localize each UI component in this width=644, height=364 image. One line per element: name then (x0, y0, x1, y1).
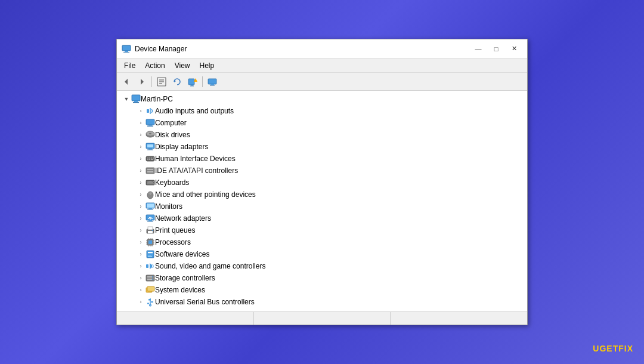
item-label: Audio inputs and outputs (155, 107, 234, 115)
list-item[interactable]: › Proces (117, 236, 527, 248)
item-label: IDE ATA/ATAPI controllers (155, 166, 238, 175)
item-label: Display adapters (155, 143, 208, 151)
svg-rect-56 (147, 209, 153, 210)
svg-rect-19 (133, 102, 139, 103)
svg-rect-33 (149, 158, 150, 159)
svg-rect-14 (208, 79, 216, 84)
display-icon (145, 142, 155, 152)
svg-rect-82 (148, 254, 153, 254)
back-button[interactable] (119, 75, 134, 88)
item-label: System devices (155, 286, 205, 294)
list-item[interactable]: › Display adapters (117, 141, 527, 153)
expand-icon: › (136, 154, 145, 164)
list-item[interactable]: › IDE ATA/ATAPI controllers (117, 165, 527, 177)
menu-help[interactable]: Help (195, 60, 219, 71)
print-icon (145, 226, 155, 235)
forward-button[interactable] (135, 75, 149, 88)
list-item[interactable]: › Disk drives (117, 129, 527, 141)
list-item[interactable]: › Print queues (117, 224, 527, 236)
list-item[interactable]: › Audio inputs and outputs (117, 105, 527, 117)
svg-rect-55 (148, 208, 152, 209)
svg-rect-22 (148, 125, 152, 126)
list-item[interactable]: › System devices (117, 284, 527, 296)
svg-rect-87 (147, 276, 152, 277)
watermark-highlight: E (606, 344, 612, 353)
expand-icon: › (136, 285, 145, 295)
list-item[interactable]: › Software devices (117, 248, 527, 260)
svg-rect-41 (147, 171, 153, 172)
list-item[interactable]: › Storage controllers (117, 272, 527, 284)
expand-icon: › (136, 237, 145, 247)
svg-rect-15 (210, 84, 214, 85)
device-manager-window: Device Manager — □ ✕ File Action View He… (116, 39, 528, 325)
svg-rect-46 (150, 181, 151, 182)
computer-icon (145, 118, 155, 128)
watermark: UGETFIX (593, 344, 633, 353)
titlebar-controls: — □ ✕ (470, 43, 522, 55)
list-item[interactable]: › Mice and other pointing devices (117, 189, 527, 200)
minimize-button[interactable]: — (470, 43, 487, 55)
titlebar-left: Device Manager (122, 44, 187, 54)
list-item[interactable]: › Network adapters (117, 212, 527, 224)
svg-rect-63 (148, 227, 153, 230)
svg-rect-11 (191, 85, 193, 86)
svg-rect-39 (146, 168, 154, 174)
item-label: Keyboards (155, 178, 189, 187)
expand-icon: › (136, 202, 145, 211)
storage-icon (145, 273, 155, 283)
expand-icon: › (136, 118, 145, 128)
svg-rect-0 (122, 45, 131, 51)
svg-point-26 (149, 133, 151, 134)
root-icon (131, 94, 141, 104)
expand-icon: › (136, 190, 145, 199)
menu-action[interactable]: Action (140, 60, 169, 71)
svg-rect-59 (148, 220, 152, 221)
expand-icon: › (136, 130, 145, 140)
device-tree: ▼ Martin-PC › Audio inputs and outputs (117, 91, 527, 311)
svg-rect-30 (147, 144, 153, 147)
svg-rect-96 (147, 303, 149, 304)
keyboard-icon (145, 178, 155, 187)
expand-icon: › (136, 261, 145, 271)
svg-rect-28 (148, 149, 152, 150)
svg-rect-36 (147, 159, 148, 161)
svg-rect-45 (149, 181, 150, 182)
properties-button[interactable] (154, 75, 169, 88)
list-item[interactable]: › Human Interface Devices (117, 153, 527, 165)
menubar: File Action View Help (117, 58, 527, 73)
svg-rect-85 (146, 264, 148, 268)
tree-root-node[interactable]: ▼ Martin-PC (117, 93, 527, 105)
update-button[interactable] (185, 75, 200, 88)
list-item[interactable]: › Computer (117, 117, 527, 129)
svg-rect-1 (125, 51, 128, 52)
svg-point-65 (152, 230, 153, 231)
svg-rect-84 (148, 256, 152, 257)
item-label: Computer (155, 119, 187, 127)
root-label: Martin-PC (141, 95, 173, 103)
expand-icon: › (136, 297, 145, 307)
svg-marker-4 (141, 79, 144, 85)
svg-rect-67 (148, 240, 152, 244)
sound-icon (145, 261, 155, 271)
statusbar-section-1 (117, 312, 254, 325)
close-button[interactable]: ✕ (506, 43, 522, 55)
menu-file[interactable]: File (119, 60, 140, 71)
item-label: Universal Serial Bus controllers (155, 298, 255, 306)
svg-rect-57 (147, 203, 154, 208)
item-label: Sound, video and game controllers (155, 262, 265, 270)
list-item[interactable]: › Monitors (117, 200, 527, 212)
toolbar-sep-2 (202, 76, 203, 87)
list-item[interactable]: › Keyboards (117, 177, 527, 189)
svg-point-89 (152, 276, 153, 277)
svg-point-61 (150, 218, 151, 220)
maximize-button[interactable]: □ (488, 43, 504, 55)
refresh-button[interactable] (170, 75, 184, 88)
menu-view[interactable]: View (170, 60, 195, 71)
list-item[interactable]: › Sound, video and game controllers (117, 260, 527, 272)
list-item[interactable]: › Universal Serial Bus controllers (117, 296, 527, 308)
svg-rect-94 (148, 299, 151, 301)
svg-rect-83 (148, 255, 151, 255)
svg-rect-35 (153, 158, 154, 159)
display-toggle-button[interactable] (205, 75, 219, 88)
svg-marker-9 (174, 80, 176, 82)
